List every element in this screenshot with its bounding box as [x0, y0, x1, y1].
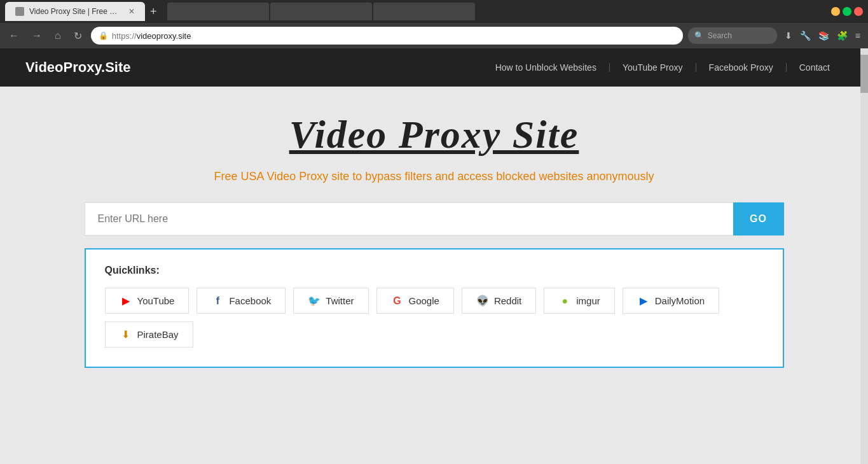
url-input[interactable] — [85, 202, 733, 236]
refresh-button[interactable]: ↻ — [70, 29, 86, 43]
search-placeholder: Search — [708, 31, 732, 40]
quicklink-youtube-label: YouTube — [137, 295, 175, 306]
extensions-icon[interactable]: 🧩 — [834, 28, 850, 43]
quicklink-dailymotion[interactable]: ▶ DailyMotion — [623, 288, 719, 314]
quicklink-reddit[interactable]: 👽 Reddit — [462, 288, 536, 314]
tab-title: Video Proxy Site | Free Web Proxy t... — [29, 7, 121, 16]
toolbar-right: ⬇ 🔧 📚 🧩 ≡ — [782, 28, 863, 43]
close-button[interactable] — [854, 7, 863, 16]
search-bar[interactable]: 🔍 Search — [688, 27, 777, 44]
imgur-icon: ● — [558, 295, 571, 307]
facebook-icon: f — [211, 295, 224, 307]
tab-favicon — [15, 7, 24, 16]
quicklinks-title: Quicklinks: — [105, 265, 764, 276]
quicklink-piratebay[interactable]: ⬇ PirateBay — [105, 321, 193, 348]
tab-close-button[interactable]: ✕ — [128, 7, 135, 16]
nav-youtube-proxy[interactable]: YouTube Proxy — [610, 63, 696, 72]
search-icon: 🔍 — [694, 31, 704, 40]
dailymotion-icon: ▶ — [637, 295, 650, 307]
quicklinks-grid: ▶ YouTube f Facebook 🐦 Twitter G Google … — [105, 288, 764, 348]
scrollbar-thumb[interactable] — [860, 55, 868, 93]
piratebay-icon: ⬇ — [120, 328, 132, 341]
active-tab[interactable]: Video Proxy Site | Free Web Proxy t... ✕ — [5, 2, 145, 21]
quicklink-dailymotion-label: DailyMotion — [655, 295, 705, 306]
maximize-button[interactable] — [843, 7, 851, 16]
site-header: VideoProxy.Site How to Unblock Websites … — [0, 48, 868, 87]
quicklink-piratebay-label: PirateBay — [137, 329, 179, 340]
go-button[interactable]: GO — [733, 202, 784, 236]
new-tab-button[interactable]: + — [145, 5, 162, 18]
window-controls — [831, 7, 863, 16]
twitter-icon: 🐦 — [308, 295, 320, 307]
home-button[interactable]: ⌂ — [51, 29, 65, 43]
address-bar[interactable]: 🔒 https://videoproxy.site — [91, 27, 683, 45]
ssl-lock-icon: 🔒 — [99, 31, 108, 40]
nav-contact[interactable]: Contact — [787, 63, 843, 72]
bookmarks-icon[interactable]: 📚 — [816, 28, 832, 43]
minimize-button[interactable] — [831, 7, 840, 16]
nav-how-to-unblock[interactable]: How to Unblock Websites — [483, 63, 610, 72]
site-nav: How to Unblock Websites YouTube Proxy Fa… — [483, 63, 843, 72]
download-icon[interactable]: ⬇ — [782, 28, 795, 43]
hero-title: Video Proxy Site — [289, 112, 579, 157]
url-text: https://videoproxy.site — [112, 31, 191, 41]
hero-subtitle: Free USA Video Proxy site to bypass filt… — [214, 170, 654, 183]
other-tab-3[interactable] — [373, 3, 475, 20]
quicklink-youtube[interactable]: ▶ YouTube — [105, 288, 189, 314]
scrollbar[interactable] — [860, 48, 868, 464]
tab-bar: Video Proxy Site | Free Web Proxy t... ✕… — [0, 0, 868, 23]
quicklink-imgur-label: imgur — [576, 295, 600, 306]
menu-icon[interactable]: ≡ — [853, 28, 863, 43]
quicklinks-box: Quicklinks: ▶ YouTube f Facebook 🐦 Twitt… — [85, 248, 784, 368]
quicklink-twitter[interactable]: 🐦 Twitter — [293, 288, 368, 314]
other-tab-1[interactable] — [167, 3, 269, 20]
youtube-icon: ▶ — [120, 295, 132, 307]
quicklink-facebook-label: Facebook — [229, 295, 271, 306]
google-icon: G — [391, 295, 404, 307]
site-logo[interactable]: VideoProxy.Site — [25, 59, 130, 76]
quicklink-google-label: Google — [409, 295, 439, 306]
settings-icon[interactable]: 🔧 — [797, 28, 813, 43]
url-input-wrapper: GO — [85, 202, 784, 236]
quicklink-reddit-label: Reddit — [494, 295, 521, 306]
quicklink-imgur[interactable]: ● imgur — [544, 288, 615, 314]
other-tab-2[interactable] — [270, 3, 372, 20]
url-protocol: https:// — [112, 31, 137, 41]
url-domain: videoproxy.site — [137, 31, 191, 41]
browser-toolbar: ← → ⌂ ↻ 🔒 https://videoproxy.site 🔍 Sear… — [0, 23, 868, 48]
forward-button[interactable]: → — [28, 29, 46, 43]
nav-facebook-proxy[interactable]: Facebook Proxy — [696, 63, 787, 72]
site-main: Video Proxy Site Free USA Video Proxy si… — [0, 87, 868, 464]
back-button[interactable]: ← — [5, 29, 23, 43]
reddit-icon: 👽 — [476, 295, 489, 307]
browser-chrome: Video Proxy Site | Free Web Proxy t... ✕… — [0, 0, 868, 48]
quicklink-twitter-label: Twitter — [326, 295, 354, 306]
quicklink-google[interactable]: G Google — [376, 288, 454, 314]
quicklink-facebook[interactable]: f Facebook — [196, 288, 286, 314]
other-tabs — [167, 3, 475, 20]
